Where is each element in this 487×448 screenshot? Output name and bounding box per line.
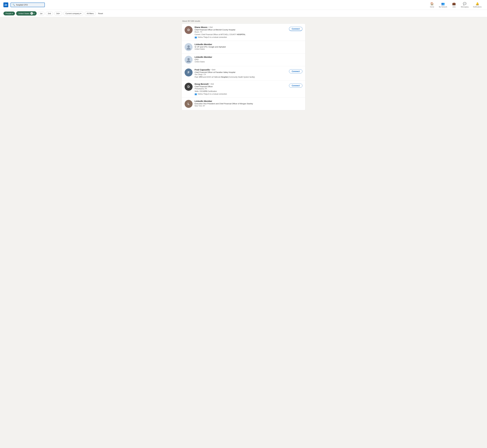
- degree-badge: • 3rd+: [211, 69, 216, 71]
- result-location: Bryan, TX: [195, 31, 287, 33]
- table-row: LinkedIn Member Sr VP and CFO, Google an…: [182, 41, 305, 54]
- result-location: United States: [195, 48, 303, 50]
- connect-button[interactable]: Connect: [289, 69, 303, 73]
- notifications-icon: 🔔: [476, 2, 479, 5]
- nav-my-network-label: My Network: [439, 6, 447, 8]
- people-dropdown-icon: ▾: [12, 12, 13, 15]
- jobs-icon: 💼: [452, 2, 456, 5]
- result-info: Doug Bennett • 2nd Chief Financial Offic…: [195, 83, 287, 95]
- nav-jobs[interactable]: 💼 Jobs: [450, 1, 458, 8]
- result-name[interactable]: LinkedIn Member: [195, 100, 212, 102]
- location-filter-badge: 1: [30, 12, 33, 15]
- nav-messaging-label: Messaging: [461, 6, 469, 8]
- search-icon: 🔍: [13, 4, 15, 6]
- svg-point-2: [187, 58, 190, 60]
- result-name[interactable]: Fred Capozello: [195, 68, 210, 71]
- result-location: Philadelphia, PA: [195, 88, 287, 90]
- svg-point-3: [187, 61, 191, 62]
- degree-badge: • 2nd: [208, 26, 213, 28]
- messaging-icon: 💬: [463, 2, 466, 5]
- results-count: About 357,000 results: [182, 20, 305, 22]
- name-row: LinkedIn Member: [195, 43, 303, 46]
- nav-notifications[interactable]: 🔔 Notifications: [471, 1, 484, 8]
- results-area: About 357,000 results D Diane Moore • 2n…: [179, 20, 308, 110]
- result-title: Chief Financial Officer at Mitchell Coun…: [195, 29, 287, 31]
- people-filter-label: People: [6, 12, 11, 15]
- current-company-filter[interactable]: Current company ▾: [63, 12, 83, 16]
- home-icon: 🏠: [430, 2, 434, 5]
- table-row: D Doug Bennett • 2nd Chief Financial Off…: [182, 80, 305, 98]
- result-name[interactable]: LinkedIn Member: [195, 43, 212, 46]
- mutual-connection-icon: 👥: [195, 36, 197, 38]
- reset-button[interactable]: Reset: [97, 12, 104, 15]
- table-row: L LinkedIn Member Executive Vice Preside…: [182, 98, 305, 110]
- result-location: San Diego, CA: [195, 73, 287, 75]
- result-extra: Past: CFO and ACEO at Fallbrook Hospital…: [195, 76, 287, 78]
- nav-home-label: Home: [430, 6, 434, 8]
- result-name[interactable]: LinkedIn Member: [195, 56, 212, 58]
- nav-notifications-label: Notifications: [473, 6, 482, 8]
- connect-button[interactable]: Connect: [289, 27, 303, 31]
- name-row: Diane Moore • 2nd: [195, 26, 287, 28]
- result-title: Chief Financial Officer: [195, 86, 287, 88]
- mutual-connection-icon: 👥: [195, 93, 197, 95]
- first-degree-label: 1st: [40, 12, 42, 15]
- avatar: D: [184, 26, 192, 34]
- avatar: D: [184, 83, 192, 91]
- nav-messaging[interactable]: 💬 Messaging: [459, 1, 471, 8]
- result-title: Executive Vice President and Chief Finan…: [195, 103, 303, 105]
- avatar: [184, 56, 192, 64]
- table-row: LinkedIn Member CFO United States: [182, 54, 305, 66]
- avatar: F: [184, 68, 192, 76]
- nav-home[interactable]: 🏠 Home: [428, 1, 436, 8]
- nav-jobs-label: Jobs: [452, 6, 456, 8]
- search-input[interactable]: [16, 4, 43, 6]
- result-title: Chief Financial Officer at Paradise Vall…: [195, 71, 287, 73]
- third-degree-label: 3rd+: [56, 12, 60, 15]
- result-info: LinkedIn Member Executive Vice President…: [195, 100, 303, 107]
- name-row: Doug Bennett • 2nd: [195, 83, 287, 85]
- result-info: Diane Moore • 2nd Chief Financial Office…: [195, 26, 287, 38]
- result-info: Fred Capozello • 3rd+ Chief Financial Of…: [195, 68, 287, 78]
- location-filter[interactable]: United States 1 ▾: [16, 11, 37, 16]
- connect-button[interactable]: Connect: [289, 84, 303, 88]
- nav-my-network[interactable]: 👥 My Network: [437, 1, 449, 8]
- header: in 🔍 🏠 Home 👥 My Network 💼 Jobs 💬 Messag…: [0, 0, 487, 10]
- second-degree-label: 2nd: [48, 12, 51, 15]
- mutual-connection-text: Vishnu Theja.G is a mutual connection: [198, 93, 227, 95]
- all-filters-label: All filters: [87, 12, 94, 15]
- name-row: Fred Capozello • 3rd+: [195, 68, 287, 71]
- linkedin-logo[interactable]: in: [3, 2, 8, 7]
- mutual-connection: 👥 Vishnu Theja.G is a mutual connection: [195, 93, 287, 95]
- result-location: United States: [195, 61, 303, 63]
- filter-bar: People ▾ United States 1 ▾ 1st 2nd 3rd+ …: [0, 10, 487, 17]
- second-degree-filter[interactable]: 2nd: [46, 12, 53, 16]
- result-name[interactable]: Doug Bennett: [195, 83, 208, 85]
- mutual-connection-text: Vishnu Theja.G is a mutual connection: [198, 36, 227, 38]
- result-extra: Current: Chief Financial Officer at MITC…: [195, 33, 287, 36]
- table-row: F Fred Capozello • 3rd+ Chief Financial …: [182, 66, 305, 80]
- avatar: L: [184, 100, 192, 108]
- location-filter-label: United States: [18, 12, 29, 15]
- result-name[interactable]: Diane Moore: [195, 26, 208, 28]
- result-location: New York, NY: [195, 105, 303, 107]
- degree-badge: • 2nd: [209, 83, 214, 85]
- location-dropdown-icon: ▾: [33, 12, 34, 15]
- all-filters-button[interactable]: All filters: [85, 12, 96, 16]
- table-row: D Diane Moore • 2nd Chief Financial Offi…: [182, 24, 305, 41]
- name-row: LinkedIn Member: [195, 100, 303, 102]
- results-container: D Diane Moore • 2nd Chief Financial Offi…: [182, 24, 305, 110]
- result-title: CFO: [195, 58, 303, 61]
- result-title: Sr VP and CFO, Google and Alphabet: [195, 46, 303, 48]
- current-company-dropdown-icon: ▾: [80, 12, 81, 15]
- search-bar: 🔍: [11, 3, 45, 7]
- name-row: LinkedIn Member: [195, 56, 303, 58]
- result-info: LinkedIn Member CFO United States: [195, 56, 303, 63]
- first-degree-filter[interactable]: 1st: [38, 12, 45, 16]
- people-filter[interactable]: People ▾: [3, 12, 15, 16]
- result-info: LinkedIn Member Sr VP and CFO, Google an…: [195, 43, 303, 50]
- third-degree-filter[interactable]: 3rd+: [54, 12, 62, 16]
- result-extra: Skills: CEO/CFO Certification: [195, 90, 287, 92]
- svg-point-1: [187, 48, 191, 50]
- avatar: [184, 43, 192, 51]
